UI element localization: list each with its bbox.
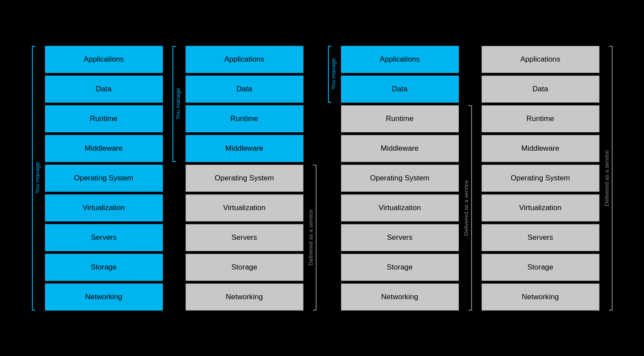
cell-col1-runtime: Runtime: [45, 105, 163, 132]
left-bracket-col3: You manage: [326, 46, 341, 311]
cell-col1-os: Operating System: [45, 165, 163, 192]
cell-col4-applications: Applications: [482, 46, 599, 73]
cell-col1-storage: Storage: [45, 254, 163, 281]
column-saas: Applications Data Runtime Middleware Ope…: [482, 46, 614, 311]
cell-col4-servers: Servers: [482, 224, 599, 251]
cell-col1-data: Data: [45, 76, 163, 103]
you-manage-label-col2: You manage: [175, 88, 181, 120]
column-iaas: You manage Applications Data Runtime Mid…: [171, 46, 318, 311]
left-bracket-col2: You manage: [171, 46, 186, 311]
cell-col2-applications: Applications: [186, 46, 303, 73]
cell-col1-middleware: Middleware: [45, 135, 163, 162]
cell-col4-middleware: Middleware: [482, 135, 599, 162]
right-bracket-col2: Delivered as a service: [303, 46, 318, 311]
stack-col2: Applications Data Runtime Middleware Ope…: [186, 46, 303, 311]
column-paas: You manage Applications Data Runtime Mid…: [326, 46, 474, 311]
cell-col2-data: Data: [186, 76, 303, 103]
cell-col2-servers: Servers: [186, 224, 303, 251]
cell-col3-middleware: Middleware: [341, 135, 459, 162]
you-manage-label-col1: You manage: [34, 162, 41, 194]
cell-col2-os: Operating System: [186, 165, 303, 192]
cell-col2-networking: Networking: [186, 283, 303, 311]
cell-col3-applications: Applications: [341, 46, 459, 73]
cell-col2-virtualization: Virtualization: [186, 194, 303, 221]
diagram-container: You manage Applications Data Runtime Mid…: [0, 20, 644, 337]
cell-col3-data: Data: [341, 76, 459, 103]
cell-col3-storage: Storage: [341, 254, 459, 281]
cell-col4-runtime: Runtime: [482, 105, 599, 132]
left-bracket-col1: You manage: [30, 46, 45, 311]
cell-col3-networking: Networking: [341, 283, 459, 311]
cell-col1-networking: Networking: [45, 283, 163, 311]
cell-col2-middleware: Middleware: [186, 135, 303, 162]
cell-col4-virtualization: Virtualization: [482, 194, 599, 221]
delivered-label-col2: Delivered as a service: [307, 210, 314, 266]
cell-col2-runtime: Runtime: [186, 105, 303, 132]
cell-col2-storage: Storage: [186, 254, 303, 281]
column-on-premises: You manage Applications Data Runtime Mid…: [30, 46, 163, 311]
cell-col1-applications: Applications: [45, 46, 163, 73]
cell-col3-runtime: Runtime: [341, 105, 459, 132]
right-bracket-col4: Delivered as a service: [599, 46, 614, 311]
cell-col4-storage: Storage: [482, 254, 599, 281]
stack-col3: Applications Data Runtime Middleware Ope…: [341, 46, 459, 311]
stack-col1: Applications Data Runtime Middleware Ope…: [45, 46, 163, 311]
cell-col3-servers: Servers: [341, 224, 459, 251]
cell-col4-data: Data: [482, 76, 599, 103]
right-bracket-col3: Delivered as a service: [459, 46, 474, 311]
delivered-label-col4: Delivered as a service: [603, 150, 610, 206]
cell-col1-virtualization: Virtualization: [45, 194, 163, 221]
cell-col1-servers: Servers: [45, 224, 163, 251]
cell-col4-os: Operating System: [482, 165, 599, 192]
cell-col3-virtualization: Virtualization: [341, 194, 459, 221]
stack-col4: Applications Data Runtime Middleware Ope…: [482, 46, 599, 311]
delivered-label-col3: Delivered as a service: [463, 180, 469, 236]
you-manage-label-col3: You manage: [330, 58, 337, 90]
cell-col4-networking: Networking: [482, 283, 599, 311]
cell-col3-os: Operating System: [341, 165, 459, 192]
